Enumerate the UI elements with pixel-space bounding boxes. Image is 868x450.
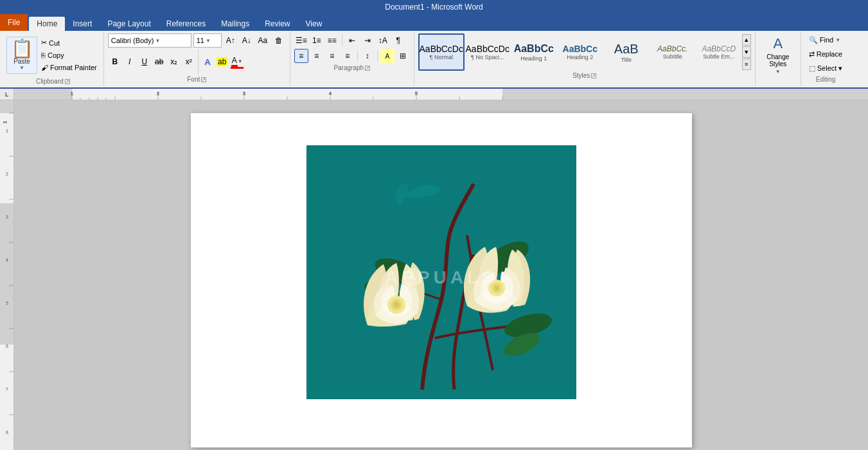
justify-button[interactable]: ≡ <box>341 49 355 63</box>
replace-button[interactable]: ⇄ Replace <box>805 48 847 60</box>
style-heading2[interactable]: AaBbCc Heading 2 <box>557 33 603 71</box>
change-case-button[interactable]: Aa <box>256 33 270 48</box>
line-spacing-button[interactable]: ↕ <box>360 49 375 63</box>
svg-text:6: 6 <box>6 344 8 348</box>
format-painter-label: Format Painter <box>50 64 97 71</box>
paragraph-group-content: ☰≡ 1≡ ≡≡ ⇤ ⇥ ↕A ¶ ≡ ≡ ≡ ≡ ↕ A ⊞ <box>294 33 410 63</box>
select-label: Select ▾ <box>817 64 843 73</box>
paste-button[interactable]: 📋 Paste ▼ <box>6 37 37 74</box>
styles-more[interactable]: ≡ <box>742 59 751 70</box>
svg-text:1: 1 <box>6 129 8 133</box>
paragraph-group: ☰≡ 1≡ ≡≡ ⇤ ⇥ ↕A ¶ ≡ ≡ ≡ ≡ ↕ A ⊞ <box>290 32 414 86</box>
tab-mailings[interactable]: Mailings <box>213 17 257 31</box>
cut-label: Cut <box>49 39 60 47</box>
change-styles-button[interactable]: A ChangeStyles ▼ <box>759 37 797 74</box>
clear-formatting-button[interactable]: 🗑 <box>272 33 286 48</box>
ruler-corner[interactable]: L <box>0 89 14 100</box>
tab-home[interactable]: Home <box>29 17 65 31</box>
editing-group-content: 🔍 Find ▼ ⇄ Replace ⬚ Select ▾ <box>805 33 847 75</box>
para-sep1 <box>342 35 342 46</box>
font-shrink-button[interactable]: A↓ <box>240 33 254 48</box>
format-painter-button[interactable]: 🖌 Format Painter <box>39 62 100 73</box>
find-label: Find <box>820 36 833 44</box>
find-button[interactable]: 🔍 Find ▼ <box>805 33 847 46</box>
styles-scroll-down[interactable]: ▼ <box>742 46 751 58</box>
para-row1: ☰≡ 1≡ ≡≡ ⇤ ⇥ ↕A ¶ <box>294 33 410 48</box>
font-group-label: Font ↗ <box>108 75 286 83</box>
font-size-arrow: ▼ <box>206 38 211 44</box>
paragraph-expand-icon[interactable]: ↗ <box>365 66 370 71</box>
copy-label: Copy <box>48 51 64 59</box>
numbering-button[interactable]: 1≡ <box>310 33 324 48</box>
paste-dropdown-arrow: ▼ <box>19 65 24 71</box>
tab-references[interactable]: References <box>159 17 213 31</box>
font-color-button[interactable]: A ▼ <box>230 55 244 69</box>
shading-button[interactable]: A <box>380 49 394 63</box>
svg-text:2: 2 <box>6 172 8 176</box>
svg-rect-24 <box>0 100 14 113</box>
tab-insert[interactable]: Insert <box>65 17 100 31</box>
font-group: Calibri (Body) ▼ 11 ▼ A↑ A↓ Aa 🗑 B I U a… <box>104 32 290 86</box>
tab-view[interactable]: View <box>298 17 330 31</box>
select-button[interactable]: ⬚ Select ▾ <box>805 62 847 75</box>
svg-rect-2 <box>502 89 868 100</box>
rose-image: APPUALS A <box>306 145 576 399</box>
style-subtitle-label: Subtitle <box>663 53 682 60</box>
align-right-button[interactable]: ≡ <box>325 49 339 63</box>
text-effect-button[interactable]: A <box>200 55 215 69</box>
italic-button[interactable]: I <box>123 55 137 69</box>
font-expand-icon[interactable]: ↗ <box>201 77 206 82</box>
styles-expand-icon[interactable]: ↗ <box>591 73 596 78</box>
select-icon: ⬚ <box>809 64 815 73</box>
font-size-dropdown[interactable]: 11 ▼ <box>193 33 222 48</box>
style-subtle-em[interactable]: AaBbCcD Subtle Em... <box>696 33 742 71</box>
style-heading1[interactable]: AaBbCc Heading 1 <box>511 33 557 71</box>
align-center-button[interactable]: ≡ <box>310 49 324 63</box>
ribbon-content: 📋 Paste ▼ ✂ Cut ⎘ Copy 🖌 Format Painter <box>0 31 868 89</box>
style-subtitle[interactable]: AaBbCc. Subtitle <box>650 33 696 71</box>
superscript-button[interactable]: x² <box>182 55 196 69</box>
font-grow-button[interactable]: A↑ <box>224 33 238 48</box>
style-no-spacing-preview: AaBbCcDc <box>466 44 509 55</box>
subscript-button[interactable]: x₂ <box>167 55 181 69</box>
tab-review[interactable]: Review <box>257 17 297 31</box>
style-title[interactable]: AaB Title <box>603 33 650 71</box>
tab-pagelayout[interactable]: Page Layout <box>100 17 158 31</box>
svg-text:4: 4 <box>6 258 8 262</box>
multilevel-button[interactable]: ≡≡ <box>325 33 339 48</box>
paste-icon: 📋 <box>11 40 33 58</box>
bullets-button[interactable]: ☰≡ <box>294 33 308 48</box>
font-name-value: Calibri (Body) <box>111 37 154 44</box>
horizontal-ruler: 1 2 3 4 5 <box>14 89 868 100</box>
main-area: 1 1 2 3 4 5 6 7 8 <box>0 100 868 450</box>
document-area[interactable]: APPUALS A <box>14 100 868 450</box>
underline-button[interactable]: U <box>137 55 152 69</box>
show-formatting-button[interactable]: ¶ <box>391 33 405 48</box>
para-row2: ≡ ≡ ≡ ≡ ↕ A ⊞ <box>294 49 410 63</box>
font-name-dropdown[interactable]: Calibri (Body) ▼ <box>108 33 191 48</box>
para-sep2 <box>357 50 358 62</box>
bold-button[interactable]: B <box>108 55 122 69</box>
strikethrough-button[interactable]: ab <box>152 55 166 69</box>
style-normal[interactable]: AaBbCcDc ¶ Normal <box>418 33 465 71</box>
sort-button[interactable]: ↕A <box>376 33 390 48</box>
copy-button[interactable]: ⎘ Copy <box>39 50 100 61</box>
title-text: Document1 - Microsoft Word <box>385 3 483 12</box>
styles-scroll-up[interactable]: ▲ <box>742 34 751 46</box>
font-color-icon: A <box>231 56 238 67</box>
style-no-spacing-label: ¶ No Spaci... <box>471 54 504 60</box>
cut-button[interactable]: ✂ Cut <box>39 37 100 49</box>
text-highlight-button[interactable]: ab <box>215 55 229 69</box>
style-heading2-preview: AaBbCc <box>563 44 598 55</box>
svg-text:APPUALS: APPUALS <box>385 267 498 287</box>
borders-button[interactable]: ⊞ <box>396 49 410 63</box>
increase-indent-button[interactable]: ⇥ <box>360 33 375 48</box>
align-left-button[interactable]: ≡ <box>294 49 308 63</box>
clipboard-expand-icon[interactable]: ↗ <box>65 79 70 84</box>
tab-file[interactable]: File <box>0 14 28 31</box>
paste-label: Paste <box>13 58 30 65</box>
decrease-indent-button[interactable]: ⇤ <box>345 33 359 48</box>
svg-text:2: 2 <box>157 91 159 96</box>
style-no-spacing[interactable]: AaBbCcDc ¶ No Spaci... <box>465 33 511 71</box>
clipboard-group-content: 📋 Paste ▼ ✂ Cut ⎘ Copy 🖌 Format Painter <box>6 33 100 76</box>
